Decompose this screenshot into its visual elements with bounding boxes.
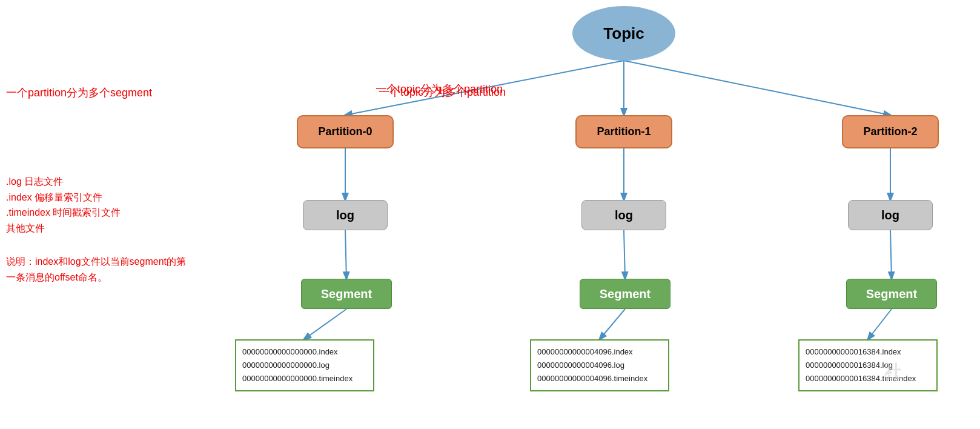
file-type-index: .index 偏移量索引文件 [6,190,194,205]
topic-partition-label: 一个topic分为多个partition [379,85,506,99]
file-entry: 00000000000016384.index [806,345,930,359]
note-annotation: 说明：index和log文件以当前segment的第一条消息的offset命名。 [6,254,194,285]
file-entry: 00000000000004096.index [537,345,662,359]
svg-line-7 [624,230,625,279]
log-2-node: log [848,200,933,230]
file-box-0: 00000000000000000.index 0000000000000000… [235,339,374,391]
diagram-container: 一个topic分为多个partition Topic Partition-0 P… [0,0,980,429]
svg-line-2 [624,61,890,115]
topic-node: Topic [572,6,675,61]
segment-0-node: Segment [301,279,392,309]
partition-1-node: Partition-1 [575,115,672,148]
log-1-node: log [581,200,666,230]
partition-segment-annotation: 一个partition分为多个segment [6,85,194,101]
segment-2-node: Segment [846,279,937,309]
left-annotations: 一个partition分为多个segment .log 日志文件 .index … [6,85,194,285]
svg-line-9 [304,309,346,339]
svg-line-8 [890,230,892,279]
file-entry: 00000000000004096.timeindex [537,372,662,385]
watermark: 社 [884,361,901,384]
svg-line-11 [868,309,892,339]
svg-line-6 [345,230,346,279]
file-type-other: 其他文件 [6,221,194,236]
file-entry: 00000000000016384.log [806,359,930,372]
file-entry: 00000000000016384.timeindex [806,372,930,385]
file-entry: 00000000000000000.log [242,359,367,372]
file-entry: 00000000000004096.log [537,359,662,372]
file-types-group: .log 日志文件 .index 偏移量索引文件 .timeindex 时间戳索… [6,174,194,236]
file-box-1: 00000000000004096.index 0000000000000409… [530,339,669,391]
partition-0-node: Partition-0 [297,115,394,148]
segment-1-node: Segment [580,279,670,309]
partition-2-node: Partition-2 [842,115,939,148]
file-type-log: .log 日志文件 [6,174,194,190]
log-0-node: log [303,200,388,230]
file-entry: 00000000000000000.index [242,345,367,359]
svg-line-10 [600,309,625,339]
file-box-2: 00000000000016384.index 0000000000001638… [798,339,938,391]
file-type-timeindex: .timeindex 时间戳索引文件 [6,205,194,221]
file-entry: 00000000000000000.timeindex [242,372,367,385]
